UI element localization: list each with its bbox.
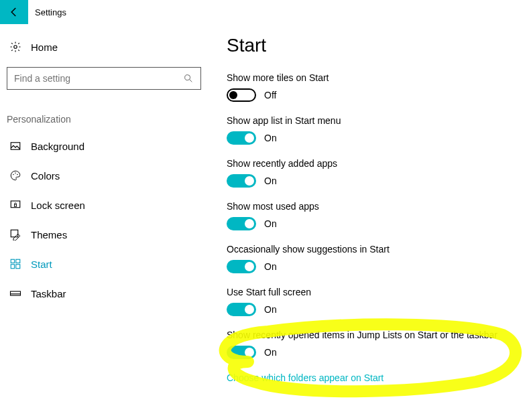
svg-line-2 <box>190 80 192 82</box>
palette-icon <box>9 169 21 182</box>
toggle-state-label: On <box>264 176 277 186</box>
sidebar-item-lock-screen[interactable]: Lock screen <box>7 190 201 220</box>
sidebar-item-label: Colors <box>31 170 60 182</box>
toggle-knob <box>245 262 254 271</box>
svg-rect-13 <box>16 265 20 269</box>
lock-screen-icon <box>9 199 21 211</box>
sidebar-item-start[interactable]: Start <box>7 249 201 279</box>
toggle-switch[interactable] <box>227 346 256 359</box>
themes-icon <box>9 228 21 240</box>
setting-label: Show more tiles on Start <box>227 72 522 83</box>
home-button[interactable]: Home <box>7 33 201 60</box>
page-title: Start <box>227 35 522 56</box>
svg-point-6 <box>17 174 18 176</box>
sidebar-item-colors[interactable]: Colors <box>7 161 201 190</box>
section-label: Personalization <box>7 114 201 125</box>
setting-label: Occasionally show suggestions in Start <box>227 244 522 255</box>
setting-row: Occasionally show suggestions in StartOn <box>227 244 522 273</box>
toggle-knob <box>245 305 254 314</box>
setting-label: Use Start full screen <box>227 287 522 297</box>
sidebar-item-label: Background <box>31 141 84 152</box>
folders-link[interactable]: Choose which folders appear on Start <box>227 372 522 383</box>
sidebar-item-label: Start <box>31 259 52 270</box>
toggle-row: On <box>227 131 522 145</box>
toggle-knob <box>245 133 254 143</box>
sidebar-item-background[interactable]: Background <box>7 131 201 161</box>
sidebar-item-label: Lock screen <box>31 200 85 211</box>
toggle-switch[interactable] <box>227 217 256 230</box>
toggle-row: On <box>227 346 522 359</box>
back-button[interactable] <box>0 0 28 24</box>
svg-point-0 <box>14 46 17 49</box>
setting-label: Show most used apps <box>227 201 522 212</box>
svg-rect-12 <box>11 265 14 269</box>
toggle-knob <box>245 176 254 186</box>
setting-row: Show recently added appsOn <box>227 158 522 188</box>
main-content: Start Show more tiles on StartOffShow ap… <box>227 35 522 383</box>
toggle-row: On <box>227 174 522 188</box>
toggle-row: On <box>227 303 522 316</box>
svg-point-4 <box>13 174 14 176</box>
svg-point-5 <box>15 173 16 174</box>
svg-rect-11 <box>16 259 20 263</box>
sidebar-item-taskbar[interactable]: Taskbar <box>7 279 201 308</box>
toggle-state-label: On <box>264 347 277 358</box>
toggle-state-label: Off <box>264 90 276 100</box>
search-box[interactable] <box>7 67 201 90</box>
start-icon <box>9 258 21 270</box>
sidebar-item-label: Themes <box>31 229 67 240</box>
gear-icon <box>9 41 21 53</box>
toggle-row: Off <box>227 88 522 102</box>
setting-row: Show app list in Start menuOn <box>227 115 522 145</box>
toggle-knob <box>229 91 237 99</box>
setting-label: Show app list in Start menu <box>227 115 522 126</box>
toggle-state-label: On <box>264 261 277 272</box>
svg-rect-10 <box>11 259 14 263</box>
nav-list: Background Colors Lock screen Themes Sta… <box>7 131 201 308</box>
toggle-switch[interactable] <box>227 303 256 316</box>
svg-point-1 <box>185 75 190 80</box>
setting-row: Show recently opened items in Jump Lists… <box>227 330 522 359</box>
toggle-switch[interactable] <box>227 88 256 102</box>
toggle-knob <box>245 348 254 357</box>
sidebar-item-themes[interactable]: Themes <box>7 220 201 249</box>
home-label: Home <box>31 42 58 53</box>
sidebar-item-label: Taskbar <box>31 288 66 299</box>
svg-rect-9 <box>11 230 18 237</box>
setting-label: Show recently opened items in Jump Lists… <box>227 330 522 340</box>
toggle-state-label: On <box>264 304 277 315</box>
toggle-switch[interactable] <box>227 174 256 188</box>
settings-list: Show more tiles on StartOffShow app list… <box>227 72 522 359</box>
window-header: Settings <box>0 0 531 24</box>
search-input[interactable] <box>14 73 183 84</box>
toggle-state-label: On <box>264 218 277 229</box>
svg-rect-8 <box>15 204 17 206</box>
toggle-knob <box>245 219 254 228</box>
toggle-row: On <box>227 217 522 230</box>
setting-row: Use Start full screenOn <box>227 287 522 316</box>
arrow-left-icon <box>8 6 20 18</box>
header-title: Settings <box>35 7 66 17</box>
toggle-row: On <box>227 260 522 273</box>
picture-icon <box>9 140 21 152</box>
svg-rect-14 <box>11 291 21 295</box>
setting-row: Show more tiles on StartOff <box>227 72 522 102</box>
setting-row: Show most used appsOn <box>227 201 522 230</box>
svg-rect-3 <box>11 143 20 150</box>
sidebar: Home Personalization Background Colors L… <box>7 33 201 308</box>
toggle-switch[interactable] <box>227 131 256 145</box>
taskbar-icon <box>9 287 21 299</box>
toggle-state-label: On <box>264 133 277 143</box>
toggle-switch[interactable] <box>227 260 256 273</box>
setting-label: Show recently added apps <box>227 158 522 169</box>
search-icon <box>183 73 194 84</box>
